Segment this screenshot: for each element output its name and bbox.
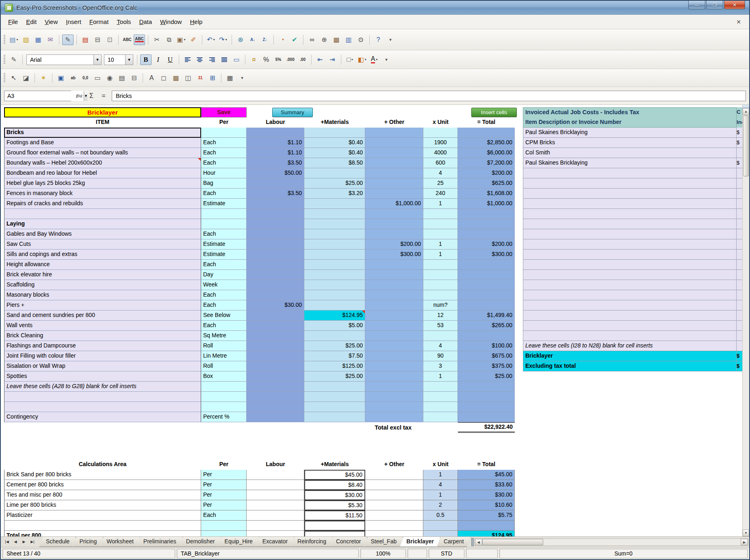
materials-cell[interactable]: $125.00	[304, 361, 365, 371]
unit-cell[interactable]	[423, 382, 458, 392]
labour-cell[interactable]	[247, 361, 304, 371]
per-cell[interactable]	[201, 128, 247, 138]
labour-cell[interactable]	[247, 321, 304, 331]
chevron-down-icon[interactable]: ▼	[93, 55, 101, 65]
hyperlink-icon[interactable]: ⊛	[235, 35, 246, 45]
other-cell[interactable]: $1,000.00	[365, 199, 423, 209]
item-cell[interactable]: Bricks	[4, 128, 201, 138]
status-zoom[interactable]: 100%	[360, 549, 406, 558]
sheet-tab-demolisher[interactable]: Demolisher	[180, 537, 221, 547]
tab-splitter[interactable]	[471, 538, 474, 546]
form-design-icon[interactable]: ▦	[224, 73, 236, 83]
invoice-desc-cell[interactable]	[523, 321, 737, 331]
invoice-desc-cell[interactable]	[523, 239, 737, 250]
other-cell[interactable]	[365, 521, 423, 531]
item-cell[interactable]: Masonary blocks	[4, 290, 201, 300]
unit-cell[interactable]: 1900	[423, 138, 458, 148]
invoice-desc-cell[interactable]	[523, 199, 737, 209]
unit-cell[interactable]: 1	[423, 250, 458, 260]
menu-view[interactable]: View	[41, 16, 62, 27]
number-format-percent-icon[interactable]: %	[260, 54, 272, 65]
sheet-tab-carpent[interactable]: Carpent	[437, 537, 470, 547]
per-cell[interactable]: Each	[201, 510, 247, 521]
labour-cell[interactable]	[247, 371, 304, 382]
menu-file[interactable]: File	[4, 16, 22, 27]
labour-cell[interactable]	[247, 239, 304, 250]
unit-cell[interactable]: 0.5	[423, 510, 458, 521]
text-box-icon[interactable]: ab	[67, 73, 79, 83]
per-cell[interactable]: Per	[201, 500, 247, 510]
item-cell[interactable]: Sisalation or Wall Wrap	[4, 361, 201, 371]
materials-cell[interactable]: $7.50	[304, 351, 365, 361]
item-cell[interactable]: Bondbeam and reo labour for Hebel	[4, 168, 201, 178]
materials-cell[interactable]: $25.00	[304, 371, 365, 382]
invoice-subheader[interactable]: Item Description or Invoice Number	[523, 117, 737, 128]
date-field-icon[interactable]: 31	[195, 73, 206, 83]
menu-window[interactable]: Window	[156, 16, 186, 27]
materials-cell[interactable]: $3.20	[304, 189, 365, 199]
invoice-desc-cell[interactable]	[523, 290, 737, 300]
split-handle[interactable]	[743, 105, 749, 108]
unit-cell[interactable]: 1	[423, 490, 458, 500]
other-cell[interactable]	[365, 371, 423, 382]
sheet-tab-worksheet[interactable]: Worksheet	[100, 537, 140, 547]
invoice-desc-cell[interactable]: Paul Skaines Bricklaying	[523, 158, 737, 168]
invoice-desc-cell[interactable]: Bricklayer	[523, 351, 737, 361]
titlebar[interactable]: Easy-Pro Screenshots - OpenOffice.org Ca…	[1, 1, 749, 15]
other-cell[interactable]	[365, 229, 423, 239]
unit-cell[interactable]: 1	[423, 470, 458, 480]
cell-reference-input[interactable]	[4, 91, 84, 101]
other-cell[interactable]	[365, 168, 423, 178]
show-draw-functions-icon[interactable]: ✔	[289, 35, 300, 45]
total-cell[interactable]: $300.00	[458, 250, 515, 260]
print-icon[interactable]: ⊟	[92, 35, 103, 45]
vertical-scroll-thumb[interactable]	[743, 115, 749, 176]
format-paintbrush-icon[interactable]: ✐	[188, 35, 199, 45]
item-cell[interactable]: Scaffolding	[4, 280, 201, 290]
labour-cell[interactable]	[247, 490, 304, 500]
column-header[interactable]: x Unit	[423, 460, 458, 470]
invoice-desc-cell[interactable]	[523, 280, 737, 290]
sheet-tab-schedule[interactable]: Schedule	[39, 537, 76, 547]
image-button-icon[interactable]: ▩	[170, 73, 182, 83]
sum-icon[interactable]: Σ	[86, 91, 97, 101]
total-cell[interactable]: $1,000.00	[458, 199, 515, 209]
column-header[interactable]: Per	[201, 117, 247, 128]
next-sheet-button[interactable]: ▶	[20, 538, 28, 546]
column-header[interactable]: + Other	[365, 460, 423, 470]
borders-icon[interactable]: □▾	[344, 54, 355, 65]
unit-cell[interactable]	[423, 392, 458, 402]
total-value-cell[interactable]: $22,922.40	[458, 422, 515, 433]
total-cell[interactable]	[458, 270, 515, 280]
other-cell[interactable]	[365, 310, 423, 321]
unit-cell[interactable]: 1	[423, 371, 458, 382]
other-cell[interactable]	[365, 148, 423, 158]
materials-cell[interactable]	[304, 168, 365, 178]
background-color-icon[interactable]: ◧▾	[356, 54, 368, 65]
materials-cell[interactable]	[304, 331, 365, 341]
align-justify-icon[interactable]	[219, 54, 230, 65]
materials-cell[interactable]	[304, 239, 365, 250]
item-cell[interactable]: Spotties	[4, 371, 201, 382]
other-cell[interactable]: $300.00	[365, 250, 423, 260]
invoice-desc-cell[interactable]	[523, 300, 737, 310]
invoice-desc-cell[interactable]	[523, 310, 737, 321]
other-cell[interactable]	[365, 300, 423, 310]
item-cell[interactable]: Height allowance	[4, 260, 201, 270]
email-icon[interactable]: ✉	[45, 35, 56, 45]
invoice-desc-cell[interactable]	[523, 219, 737, 229]
total-cell[interactable]	[458, 331, 515, 341]
undo-icon[interactable]: ↶▾	[205, 35, 217, 45]
unit-cell[interactable]: 4	[423, 168, 458, 178]
labour-cell[interactable]	[247, 128, 304, 138]
labour-cell[interactable]	[247, 310, 304, 321]
total-cell[interactable]: $124.95	[458, 531, 515, 536]
total-cell[interactable]	[458, 229, 515, 239]
invoice-desc-cell[interactable]	[523, 209, 737, 219]
other-cell[interactable]	[365, 138, 423, 148]
per-cell[interactable]: Sq Metre	[201, 331, 247, 341]
unit-cell[interactable]: 1	[423, 199, 458, 209]
unit-cell[interactable]	[423, 270, 458, 280]
materials-cell[interactable]	[304, 412, 365, 422]
materials-cell[interactable]	[304, 402, 365, 412]
